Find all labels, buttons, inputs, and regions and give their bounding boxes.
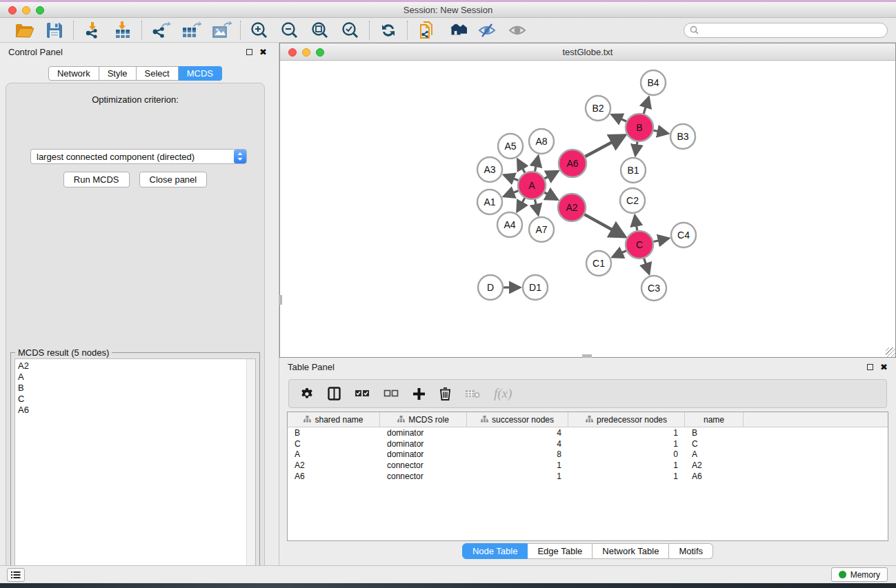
- node-C1[interactable]: C1: [586, 251, 611, 276]
- node-table[interactable]: shared nameMCDS rolesuccessor nodesprede…: [287, 412, 888, 541]
- split-column-icon[interactable]: [328, 387, 341, 401]
- edge-B-B2[interactable]: [612, 114, 627, 121]
- tab-style[interactable]: Style: [99, 66, 137, 81]
- tab-edge-table[interactable]: Edge Table: [528, 543, 593, 559]
- node-C4[interactable]: C4: [671, 223, 696, 247]
- result-item[interactable]: C: [18, 394, 243, 405]
- node-B2[interactable]: B2: [586, 96, 610, 121]
- node-A3[interactable]: A3: [477, 157, 502, 182]
- table-row[interactable]: Adominator80A: [288, 449, 888, 460]
- close-panel-icon[interactable]: ✖: [259, 48, 267, 57]
- edge-B-B4[interactable]: [644, 97, 649, 114]
- network-graph[interactable]: AA6A2BCA5A8A3A1A4A7B2B4B3B1C2C4C1C3DD1: [280, 61, 895, 357]
- column-header-predecessor-nodes[interactable]: predecessor nodes: [568, 412, 685, 427]
- edge-C-C2[interactable]: [635, 216, 637, 232]
- select-all-icon[interactable]: [355, 389, 370, 398]
- edge-A-A4[interactable]: [517, 197, 525, 211]
- node-C2[interactable]: C2: [620, 188, 645, 213]
- export-image-icon[interactable]: [211, 20, 232, 41]
- table-body[interactable]: Bdominator41BCdominator41CAdominator80AA…: [288, 427, 888, 482]
- network-window-titlebar[interactable]: testGlobe.txt: [280, 43, 895, 61]
- tab-network[interactable]: Network: [48, 66, 99, 81]
- edge-C-C4[interactable]: [653, 239, 669, 242]
- import-network-icon[interactable]: [82, 20, 103, 41]
- node-B[interactable]: B: [626, 114, 653, 141]
- save-session-icon[interactable]: [44, 20, 65, 41]
- node-D[interactable]: D: [478, 275, 503, 300]
- refresh-icon[interactable]: [378, 20, 399, 41]
- edge-A-A5[interactable]: [518, 159, 526, 173]
- delete-column-icon[interactable]: [439, 387, 451, 401]
- column-header-name[interactable]: name: [685, 412, 744, 427]
- run-mcds-button[interactable]: Run MCDS: [63, 172, 130, 187]
- result-scrollbar[interactable]: [246, 359, 255, 583]
- edge-A-A8[interactable]: [535, 156, 538, 172]
- zoom-fit-icon[interactable]: [310, 20, 330, 41]
- table-header[interactable]: shared nameMCDS rolesuccessor nodesprede…: [288, 412, 888, 427]
- node-C[interactable]: C: [626, 231, 653, 258]
- deselect-all-icon[interactable]: [384, 389, 399, 398]
- search-box[interactable]: [684, 23, 888, 38]
- edge-B-B3[interactable]: [653, 130, 668, 134]
- criterion-dropdown[interactable]: largest connected component (directed): [30, 149, 247, 164]
- column-header-MCDS-role[interactable]: MCDS role: [380, 412, 467, 427]
- zoom-out-icon[interactable]: [279, 20, 300, 41]
- delete-table-icon[interactable]: [465, 389, 480, 398]
- tab-node-table[interactable]: Node Table: [462, 543, 528, 559]
- memory-button[interactable]: Memory: [831, 567, 888, 582]
- task-history-button[interactable]: [7, 568, 25, 582]
- tab-select[interactable]: Select: [137, 66, 179, 81]
- show-view-icon[interactable]: [507, 20, 528, 41]
- gear-icon[interactable]: [300, 387, 314, 401]
- edge-B-B1[interactable]: [635, 141, 637, 155]
- node-A6[interactable]: A6: [559, 150, 586, 177]
- zoom-selected-icon[interactable]: [340, 20, 361, 41]
- result-item[interactable]: A6: [18, 405, 243, 416]
- open-folder-icon[interactable]: [14, 20, 34, 41]
- table-row[interactable]: Cdominator41C: [288, 438, 888, 449]
- node-A8[interactable]: A8: [529, 129, 554, 154]
- table-row[interactable]: A6connector11A6: [288, 471, 888, 482]
- edge-C-C3[interactable]: [644, 258, 649, 274]
- float-table-panel-icon[interactable]: [867, 364, 873, 370]
- result-item[interactable]: A2: [18, 361, 243, 372]
- search-input[interactable]: [701, 26, 882, 35]
- edge-A2-C[interactable]: [584, 214, 625, 237]
- zoom-in-icon[interactable]: [249, 20, 270, 41]
- export-network-icon[interactable]: [150, 20, 171, 41]
- table-row[interactable]: Bdominator41B: [288, 427, 888, 438]
- mcds-result-list[interactable]: A2ABCA6: [15, 359, 246, 583]
- node-D1[interactable]: D1: [523, 275, 548, 300]
- node-A2[interactable]: A2: [558, 194, 586, 221]
- tab-motifs[interactable]: Motifs: [669, 543, 713, 559]
- edge-A-A6[interactable]: [544, 171, 558, 179]
- result-item[interactable]: B: [18, 383, 243, 394]
- function-builder-icon[interactable]: f(x): [494, 386, 512, 401]
- column-header-shared-name[interactable]: shared name: [288, 412, 380, 427]
- window-resize-grip[interactable]: [886, 347, 895, 357]
- splitter-grip-left[interactable]: [279, 295, 282, 305]
- node-A1[interactable]: A1: [477, 190, 502, 214]
- edge-A-A3[interactable]: [504, 175, 519, 181]
- close-panel-button[interactable]: Close panel: [139, 172, 208, 187]
- node-A7[interactable]: A7: [529, 217, 554, 242]
- column-header-successor-nodes[interactable]: successor nodes: [467, 412, 568, 427]
- tab-mcds[interactable]: MCDS: [179, 66, 222, 81]
- float-panel-icon[interactable]: [246, 49, 252, 55]
- hide-view-icon[interactable]: [477, 20, 497, 41]
- node-B3[interactable]: B3: [670, 124, 695, 149]
- home-icon[interactable]: [446, 20, 467, 41]
- clone-network-icon[interactable]: [416, 20, 437, 41]
- node-A[interactable]: A: [518, 172, 546, 199]
- edge-A-A2[interactable]: [544, 192, 557, 200]
- tab-network-table[interactable]: Network Table: [593, 543, 669, 559]
- edge-A6-B[interactable]: [585, 135, 625, 156]
- import-table-icon[interactable]: [112, 20, 133, 41]
- node-B4[interactable]: B4: [641, 70, 666, 95]
- add-column-icon[interactable]: [412, 387, 426, 401]
- export-table-icon[interactable]: [181, 20, 201, 41]
- table-row[interactable]: A2connector11A2: [288, 460, 888, 471]
- edge-A-A7[interactable]: [535, 199, 538, 215]
- node-C3[interactable]: C3: [641, 276, 666, 301]
- close-table-panel-icon[interactable]: ✖: [880, 363, 888, 372]
